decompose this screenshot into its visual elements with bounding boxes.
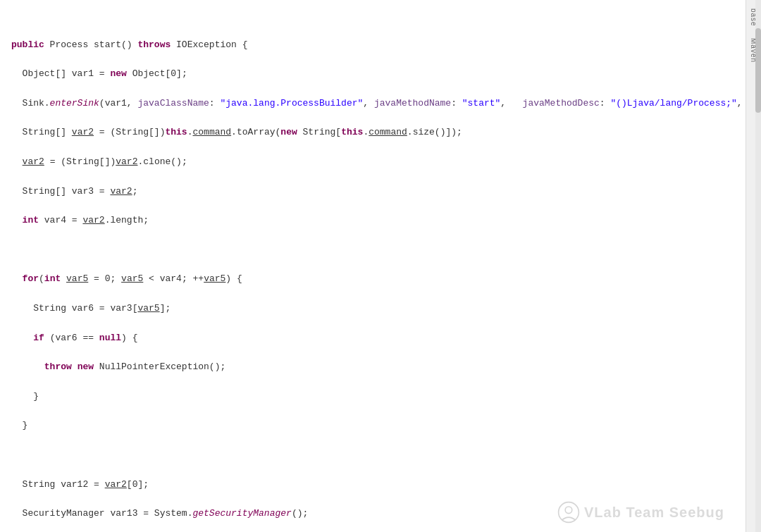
- sidebar-right: base Maven: [745, 0, 761, 532]
- scrollbar[interactable]: [755, 0, 761, 532]
- code-area[interactable]: public Process start() throws IOExceptio…: [0, 0, 745, 532]
- scrollbar-thumb[interactable]: [755, 28, 761, 113]
- main-container: public Process start() throws IOExceptio…: [0, 0, 761, 532]
- code-content: public Process start() throws IOExceptio…: [0, 6, 745, 532]
